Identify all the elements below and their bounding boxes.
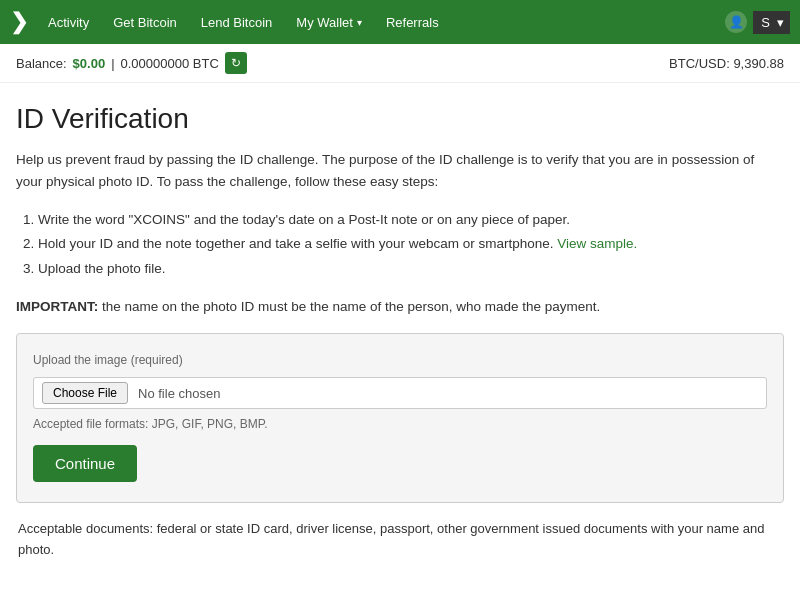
- username-dropdown[interactable]: S: [753, 11, 790, 34]
- btc-rate: BTC/USD: 9,390.88: [669, 56, 784, 71]
- continue-button[interactable]: Continue: [33, 445, 137, 482]
- navbar: ❯ Activity Get Bitcoin Lend Bitcoin My W…: [0, 0, 800, 44]
- important-label: IMPORTANT:: [16, 299, 98, 314]
- nav-activity[interactable]: Activity: [38, 3, 99, 42]
- upload-label: Upload the image (required): [33, 352, 767, 367]
- balance-bar: Balance: $0.00 | 0.00000000 BTC ↻ BTC/US…: [0, 44, 800, 83]
- choose-file-button[interactable]: Choose File: [42, 382, 128, 404]
- step-3: Upload the photo file.: [38, 257, 784, 281]
- upload-box: Upload the image (required) Choose File …: [16, 333, 784, 503]
- balance-separator: |: [111, 56, 114, 71]
- intro-text: Help us prevent fraud by passing the ID …: [16, 149, 784, 192]
- balance-btc: 0.00000000 BTC: [121, 56, 219, 71]
- page-title: ID Verification: [16, 103, 784, 135]
- balance-usd: $0.00: [73, 56, 106, 71]
- btc-rate-label: BTC/USD:: [669, 56, 730, 71]
- btc-rate-number: 9,390.88: [733, 56, 784, 71]
- step-1: Write the word "XCOINS" and the today's …: [38, 208, 784, 232]
- nav-links: Activity Get Bitcoin Lend Bitcoin My Wal…: [38, 3, 725, 42]
- user-avatar-icon: 👤: [725, 11, 747, 33]
- file-input-row: Choose File No file chosen: [33, 377, 767, 409]
- view-sample-link[interactable]: View sample.: [557, 236, 637, 251]
- important-text: IMPORTANT: the name on the photo ID must…: [16, 297, 784, 317]
- step-2: Hold your ID and the note together and t…: [38, 232, 784, 256]
- user-menu: 👤 S: [725, 11, 790, 34]
- main-content: ID Verification Help us prevent fraud by…: [0, 83, 800, 581]
- balance-label: Balance:: [16, 56, 67, 71]
- nav-lend-bitcoin[interactable]: Lend Bitcoin: [191, 3, 283, 42]
- wallet-dropdown-arrow: ▾: [357, 17, 362, 28]
- steps-list: Write the word "XCOINS" and the today's …: [16, 208, 784, 281]
- refresh-balance-button[interactable]: ↻: [225, 52, 247, 74]
- step-2-text: Hold your ID and the note together and t…: [38, 236, 554, 251]
- footer-note: Acceptable documents: federal or state I…: [16, 519, 784, 561]
- site-logo[interactable]: ❯: [10, 9, 28, 35]
- file-chosen-text: No file chosen: [138, 386, 220, 401]
- balance-left: Balance: $0.00 | 0.00000000 BTC ↻: [16, 52, 247, 74]
- nav-get-bitcoin[interactable]: Get Bitcoin: [103, 3, 187, 42]
- nav-referrals[interactable]: Referrals: [376, 3, 449, 42]
- accepted-formats: Accepted file formats: JPG, GIF, PNG, BM…: [33, 417, 767, 431]
- nav-my-wallet[interactable]: My Wallet ▾: [286, 3, 372, 42]
